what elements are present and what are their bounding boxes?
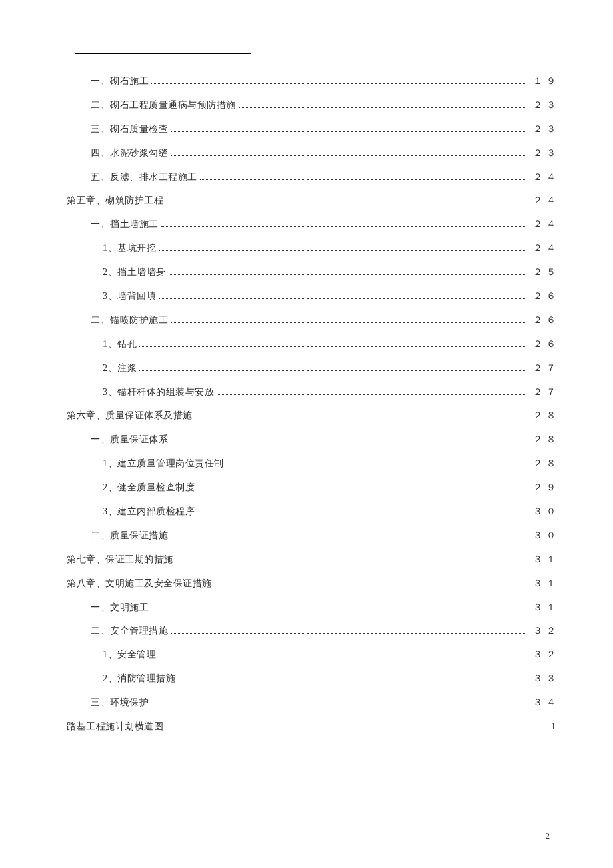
toc-dots <box>239 107 526 108</box>
toc-page-number: ２６ <box>528 289 560 304</box>
toc-dots <box>151 705 525 705</box>
toc-entry: 3、墙背回填２６ <box>67 289 560 304</box>
toc-page-number: ２３ <box>528 98 560 113</box>
toc-page-number: 1 <box>546 719 560 734</box>
toc-entry: 1、建立质量管理岗位责任制２８ <box>67 456 560 471</box>
toc-title: 2、健全质量检查制度 <box>103 480 195 495</box>
toc-title: 第六章、质量保证体系及措施 <box>67 408 193 423</box>
toc-dots <box>169 274 526 275</box>
toc-entry: 四、水泥砂浆勾缝２３ <box>67 146 560 161</box>
toc-title: 五、反滤、排水工程施工 <box>91 170 197 185</box>
toc-page-number: ３２ <box>528 624 560 638</box>
toc-dots <box>159 298 525 299</box>
toc-title: 路基工程施计划横道图 <box>67 719 163 734</box>
toc-page-number: ３１ <box>528 552 560 567</box>
toc-entry: 一、文明施工３１ <box>67 600 560 615</box>
toc-entry: 3、建立内部质检程序３０ <box>67 504 560 519</box>
toc-page-number: ２６ <box>528 337 560 352</box>
toc-dots <box>171 155 525 156</box>
toc-title: 1、基坑开挖 <box>103 241 156 256</box>
toc-entry: 2、挡土墙墙身２５ <box>67 265 560 280</box>
toc-entry: 二、质量保证措施３０ <box>67 528 560 543</box>
toc-entry: 三、砌石质量检查２３ <box>67 122 560 137</box>
toc-page-number: ２３ <box>528 122 560 137</box>
toc-dots <box>171 538 525 538</box>
toc-page-number: ２４ <box>528 241 560 256</box>
toc-entry: 第八章、文明施工及安全保证措施３１ <box>67 576 560 591</box>
toc-entry: 二、锚喷防护施工２６ <box>67 313 560 328</box>
toc-dots <box>197 490 525 490</box>
toc-page-number: ２３ <box>528 146 560 161</box>
toc-page-number: ２８ <box>528 408 560 423</box>
toc-entry: 三、环境保护３４ <box>67 695 560 710</box>
toc-page-number: ２８ <box>528 432 560 447</box>
toc-dots <box>200 179 526 180</box>
toc-dots <box>197 514 525 514</box>
toc-title: 2、消防管理措施 <box>103 671 175 686</box>
toc-title: 第七章、保证工期的措施 <box>67 552 173 567</box>
toc-entry: 第七章、保证工期的措施３１ <box>67 552 560 567</box>
toc-dots <box>151 83 525 84</box>
toc-page-number: ３０ <box>528 504 560 519</box>
toc-page-number: ２４ <box>528 170 560 185</box>
toc-title: 一、砌石施工 <box>91 74 149 89</box>
toc-entry: 一、质量保证体系２８ <box>67 432 560 447</box>
toc-title: 1、钻孔 <box>103 337 137 352</box>
toc-title: 三、环境保护 <box>91 695 149 710</box>
toc-dots <box>171 322 525 323</box>
toc-title: 一、文明施工 <box>91 600 149 615</box>
toc-entry: 2、健全质量检查制度２９ <box>67 480 560 495</box>
toc-page-number: ３３ <box>528 671 560 686</box>
toc-title: 2、注浆 <box>103 361 137 376</box>
toc-title: 2、挡土墙墙身 <box>103 265 166 280</box>
toc-dots <box>159 657 525 657</box>
toc-dots <box>161 226 526 227</box>
toc-dots <box>171 633 525 634</box>
toc-entry: 第五章、砌筑防护工程２４ <box>67 193 560 208</box>
toc-title: 四、水泥砂浆勾缝 <box>91 146 168 161</box>
toc-title: 一、质量保证体系 <box>91 432 168 447</box>
toc-dots <box>171 131 525 132</box>
toc-page-number: ２７ <box>528 385 560 400</box>
toc-title: 第五章、砌筑防护工程 <box>67 193 163 208</box>
toc-dots <box>227 466 526 466</box>
toc-title: 1、建立质量管理岗位责任制 <box>103 456 224 471</box>
toc-entry: 一、挡土墙施工２４ <box>67 217 560 232</box>
header-underline <box>75 53 251 54</box>
toc-title: 3、建立内部质检程序 <box>103 504 195 519</box>
toc-entry: 二、安全管理措施３２ <box>67 624 560 638</box>
toc-page-number: １９ <box>528 74 560 89</box>
toc-dots <box>195 418 526 418</box>
toc-dots <box>178 681 525 681</box>
page-content: 一、砌石施工１９二、砌石工程质量通病与预防措施２３三、砌石质量检查２３四、水泥砂… <box>0 0 613 770</box>
toc-page-number: ２７ <box>528 361 560 376</box>
toc-title: 3、墙背回填 <box>103 289 156 304</box>
toc-dots <box>215 586 526 586</box>
toc-title: 第八章、文明施工及安全保证措施 <box>67 576 212 591</box>
toc-entry: 1、基坑开挖２４ <box>67 241 560 256</box>
toc-entry: 2、消防管理措施３３ <box>67 671 560 686</box>
toc-title: 二、砌石工程质量通病与预防措施 <box>91 98 236 113</box>
toc-title: 1、安全管理 <box>103 648 156 662</box>
toc-dots <box>139 370 525 371</box>
toc-entry: 1、安全管理３２ <box>67 648 560 662</box>
toc-entry: 第六章、质量保证体系及措施２８ <box>67 408 560 423</box>
toc-dots <box>176 562 526 562</box>
toc-page-number: ２５ <box>528 265 560 280</box>
toc-page-number: ３２ <box>528 648 560 662</box>
toc-entry: 2、注浆２７ <box>67 361 560 376</box>
toc-entry: 二、砌石工程质量通病与预防措施２３ <box>67 98 560 113</box>
toc-dots <box>166 203 525 203</box>
toc-entry: 1、钻孔２６ <box>67 337 560 352</box>
toc-title: 3、锚杆杆体的组装与安放 <box>103 385 214 400</box>
toc-page-number: ３１ <box>528 600 560 615</box>
toc-page-number: ２４ <box>528 193 560 208</box>
toc-title: 二、锚喷防护施工 <box>91 313 168 328</box>
toc-entry: 一、砌石施工１９ <box>67 74 560 89</box>
toc-page-number: ３１ <box>528 576 560 591</box>
toc-entry: 3、锚杆杆体的组装与安放２７ <box>67 385 560 400</box>
toc-dots <box>166 729 543 729</box>
toc-page-number: ２９ <box>528 480 560 495</box>
toc-dots <box>159 250 525 251</box>
toc-page-number: ２４ <box>528 217 560 232</box>
